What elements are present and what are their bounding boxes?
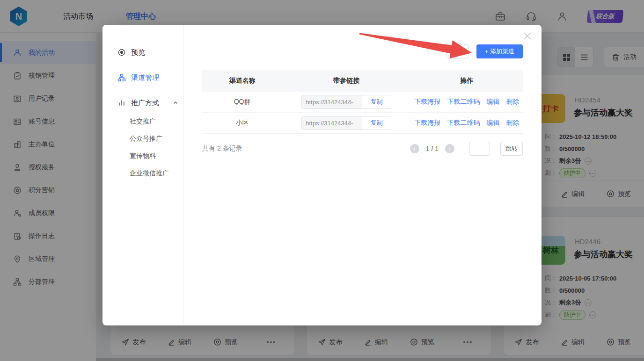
modal-nav-channel-management[interactable]: 渠道管理: [102, 68, 183, 87]
bar-chart-icon: [117, 99, 126, 107]
channel-management-modal: 预览 渠道管理 推广方式 社交推广 公众号推广 宣传物料 企业微信推广 导出 +…: [102, 25, 542, 325]
export-button[interactable]: 导出: [446, 44, 469, 58]
chevron-up-icon: [173, 100, 178, 106]
pagination: 共有 2 条记录 ‹ 1 / 1 › 跳转: [202, 142, 523, 156]
param-link-text: https://31424344-: [302, 95, 362, 108]
modal-nav-label: 推广方式: [131, 99, 159, 108]
add-channel-button[interactable]: + 添加渠道: [476, 44, 523, 58]
channel-name: 小区: [202, 119, 282, 127]
modal-nav-preview[interactable]: 预览: [102, 43, 183, 62]
copy-button[interactable]: 复制: [362, 95, 391, 108]
org-tree-icon: [117, 73, 126, 82]
page-indicator: 1 / 1: [426, 145, 439, 152]
column-header-ops: 操作: [410, 77, 523, 85]
modal-subnav-label: 宣传物料: [130, 152, 156, 160]
param-link-group: https://31424344- 复制: [301, 95, 391, 109]
modal-nav-label: 渠道管理: [131, 73, 159, 82]
modal-nav-promo-materials[interactable]: 宣传物料: [102, 147, 183, 165]
jump-button[interactable]: 跳转: [500, 142, 523, 156]
modal-subnav-label: 社交推广: [130, 117, 156, 126]
next-page-button[interactable]: ›: [445, 144, 454, 153]
param-link-group: https://31424344- 复制: [301, 116, 391, 130]
download-poster-link[interactable]: 下载海报: [414, 119, 440, 127]
modal-content: 导出 + 添加渠道 渠道名称 带参链接 操作 QQ群 https://31424…: [183, 25, 542, 325]
edit-link[interactable]: 编辑: [486, 98, 499, 106]
download-poster-link[interactable]: 下载海报: [414, 98, 440, 106]
table-header: 渠道名称 带参链接 操作: [202, 70, 523, 92]
delete-link[interactable]: 删除: [506, 119, 519, 127]
table-row: QQ群 https://31424344- 复制 下载海报 下载二维码 编辑 删…: [202, 92, 523, 113]
modal-subnav-label: 企业微信推广: [130, 169, 169, 178]
prev-page-button[interactable]: ‹: [410, 144, 419, 153]
download-qrcode-link[interactable]: 下载二维码: [447, 98, 480, 106]
param-link-text: https://31424344-: [302, 116, 362, 130]
column-header-link: 带参链接: [282, 77, 410, 85]
channel-name: QQ群: [202, 98, 282, 106]
download-qrcode-link[interactable]: 下载二维码: [447, 119, 480, 127]
modal-subnav-label: 公众号推广: [130, 135, 162, 143]
table-row: 小区 https://31424344- 复制 下载海报 下载二维码 编辑 删除: [202, 113, 523, 134]
eye-dot-icon: [117, 48, 126, 57]
modal-nav-wecom-promo[interactable]: 企业微信推广: [102, 165, 183, 182]
modal-nav: 预览 渠道管理 推广方式 社交推广 公众号推广 宣传物料 企业微信推广: [102, 25, 183, 325]
page-jump-input[interactable]: [469, 142, 490, 156]
modal-nav-promotion-methods[interactable]: 推广方式: [102, 93, 183, 113]
delete-link[interactable]: 删除: [506, 98, 519, 106]
modal-nav-label: 预览: [131, 48, 145, 57]
channel-table: 渠道名称 带参链接 操作 QQ群 https://31424344- 复制 下载…: [202, 70, 523, 134]
record-count: 共有 2 条记录: [202, 144, 242, 153]
modal-nav-official-account-promo[interactable]: 公众号推广: [102, 130, 183, 147]
edit-link[interactable]: 编辑: [486, 119, 499, 127]
modal-nav-social-promo[interactable]: 社交推广: [102, 113, 183, 130]
column-header-name: 渠道名称: [202, 77, 282, 85]
copy-button[interactable]: 复制: [362, 116, 391, 130]
